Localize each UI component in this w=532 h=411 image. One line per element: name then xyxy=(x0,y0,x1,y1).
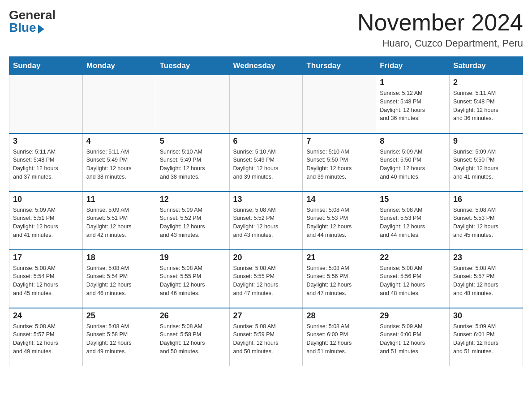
calendar-cell-14: 14Sunrise: 5:08 AMSunset: 5:53 PMDayligh… xyxy=(303,192,376,250)
day-info: Sunrise: 5:08 AMSunset: 5:55 PMDaylight:… xyxy=(233,264,299,298)
day-info: Sunrise: 5:09 AMSunset: 5:50 PMDaylight:… xyxy=(380,148,446,181)
day-info: Sunrise: 5:11 AMSunset: 5:48 PMDaylight:… xyxy=(453,89,519,123)
calendar-cell-8: 8Sunrise: 5:09 AMSunset: 5:50 PMDaylight… xyxy=(376,133,450,192)
calendar-cell-13: 13Sunrise: 5:08 AMSunset: 5:52 PMDayligh… xyxy=(229,192,303,250)
day-number: 21 xyxy=(306,253,372,262)
calendar-header-monday: Monday xyxy=(82,57,156,75)
week-row-5: 24Sunrise: 5:08 AMSunset: 5:57 PMDayligh… xyxy=(9,308,523,366)
day-info: Sunrise: 5:09 AMSunset: 5:51 PMDaylight:… xyxy=(13,206,79,240)
week-row-1: 1Sunrise: 5:12 AMSunset: 5:48 PMDaylight… xyxy=(9,75,523,133)
logo-blue-row: Blue xyxy=(9,21,44,34)
day-info: Sunrise: 5:08 AMSunset: 5:54 PMDaylight:… xyxy=(13,264,79,298)
day-number: 10 xyxy=(13,195,79,204)
day-number: 9 xyxy=(453,137,519,146)
calendar-cell-7: 7Sunrise: 5:10 AMSunset: 5:50 PMDaylight… xyxy=(303,133,376,192)
calendar-cell-empty xyxy=(229,75,303,133)
calendar-cell-17: 17Sunrise: 5:08 AMSunset: 5:54 PMDayligh… xyxy=(9,250,83,308)
calendar-cell-30: 30Sunrise: 5:09 AMSunset: 6:01 PMDayligh… xyxy=(450,308,523,366)
day-info: Sunrise: 5:08 AMSunset: 5:57 PMDaylight:… xyxy=(453,264,519,298)
day-info: Sunrise: 5:08 AMSunset: 5:59 PMDaylight:… xyxy=(233,322,299,356)
day-info: Sunrise: 5:08 AMSunset: 5:53 PMDaylight:… xyxy=(306,206,372,240)
calendar-header-saturday: Saturday xyxy=(450,57,523,75)
calendar-cell-20: 20Sunrise: 5:08 AMSunset: 5:55 PMDayligh… xyxy=(229,250,303,308)
calendar-cell-15: 15Sunrise: 5:08 AMSunset: 5:53 PMDayligh… xyxy=(376,192,450,250)
day-info: Sunrise: 5:09 AMSunset: 5:50 PMDaylight:… xyxy=(453,148,519,181)
logo-blue-text: Blue xyxy=(9,21,36,34)
day-number: 6 xyxy=(233,137,299,146)
calendar-cell-5: 5Sunrise: 5:10 AMSunset: 5:49 PMDaylight… xyxy=(156,133,229,192)
calendar-cell-27: 27Sunrise: 5:08 AMSunset: 5:59 PMDayligh… xyxy=(229,308,303,366)
calendar-header-friday: Friday xyxy=(376,57,450,75)
day-number: 19 xyxy=(160,253,226,262)
calendar-cell-empty xyxy=(82,75,156,133)
day-number: 28 xyxy=(306,311,372,321)
calendar-cell-4: 4Sunrise: 5:11 AMSunset: 5:49 PMDaylight… xyxy=(82,133,156,192)
day-info: Sunrise: 5:09 AMSunset: 5:51 PMDaylight:… xyxy=(86,206,152,240)
day-info: Sunrise: 5:09 AMSunset: 5:52 PMDaylight:… xyxy=(160,206,226,240)
day-info: Sunrise: 5:08 AMSunset: 5:52 PMDaylight:… xyxy=(233,206,299,240)
calendar-cell-6: 6Sunrise: 5:10 AMSunset: 5:49 PMDaylight… xyxy=(229,133,303,192)
calendar-cell-22: 22Sunrise: 5:08 AMSunset: 5:56 PMDayligh… xyxy=(376,250,450,308)
day-number: 7 xyxy=(306,137,372,146)
calendar-cell-16: 16Sunrise: 5:08 AMSunset: 5:53 PMDayligh… xyxy=(450,192,523,250)
calendar-header-sunday: Sunday xyxy=(9,57,83,75)
calendar-cell-10: 10Sunrise: 5:09 AMSunset: 5:51 PMDayligh… xyxy=(9,192,83,250)
day-number: 30 xyxy=(453,311,519,321)
calendar-cell-18: 18Sunrise: 5:08 AMSunset: 5:54 PMDayligh… xyxy=(82,250,156,308)
calendar-cell-25: 25Sunrise: 5:08 AMSunset: 5:58 PMDayligh… xyxy=(82,308,156,366)
day-info: Sunrise: 5:12 AMSunset: 5:48 PMDaylight:… xyxy=(380,89,446,123)
location-title: Huaro, Cuzco Department, Peru xyxy=(357,38,523,49)
day-number: 22 xyxy=(380,253,446,262)
calendar-cell-2: 2Sunrise: 5:11 AMSunset: 5:48 PMDaylight… xyxy=(450,75,523,133)
day-number: 8 xyxy=(380,137,446,146)
calendar-cell-21: 21Sunrise: 5:08 AMSunset: 5:56 PMDayligh… xyxy=(303,250,376,308)
calendar-cell-9: 9Sunrise: 5:09 AMSunset: 5:50 PMDaylight… xyxy=(450,133,523,192)
day-info: Sunrise: 5:10 AMSunset: 5:50 PMDaylight:… xyxy=(306,148,372,181)
day-number: 1 xyxy=(380,78,446,87)
day-number: 20 xyxy=(233,253,299,262)
day-info: Sunrise: 5:09 AMSunset: 6:00 PMDaylight:… xyxy=(380,322,446,356)
page-header: General Blue November 2024 Huaro, Cuzco … xyxy=(9,9,523,49)
day-info: Sunrise: 5:10 AMSunset: 5:49 PMDaylight:… xyxy=(233,148,299,181)
calendar-cell-3: 3Sunrise: 5:11 AMSunset: 5:48 PMDaylight… xyxy=(9,133,83,192)
calendar-header-wednesday: Wednesday xyxy=(229,57,303,75)
day-number: 15 xyxy=(380,195,446,204)
day-info: Sunrise: 5:08 AMSunset: 5:53 PMDaylight:… xyxy=(453,206,519,240)
month-title: November 2024 xyxy=(357,9,523,36)
day-info: Sunrise: 5:08 AMSunset: 5:57 PMDaylight:… xyxy=(13,322,79,356)
calendar-cell-28: 28Sunrise: 5:08 AMSunset: 6:00 PMDayligh… xyxy=(303,308,376,366)
day-info: Sunrise: 5:08 AMSunset: 5:54 PMDaylight:… xyxy=(86,264,152,298)
day-number: 3 xyxy=(13,137,79,146)
title-section: November 2024 Huaro, Cuzco Department, P… xyxy=(357,9,523,49)
day-number: 17 xyxy=(13,253,79,262)
day-number: 18 xyxy=(86,253,152,262)
calendar-cell-24: 24Sunrise: 5:08 AMSunset: 5:57 PMDayligh… xyxy=(9,308,83,366)
day-number: 13 xyxy=(233,195,299,204)
day-number: 2 xyxy=(453,78,519,87)
logo: General Blue xyxy=(9,9,56,34)
day-number: 14 xyxy=(306,195,372,204)
calendar-cell-23: 23Sunrise: 5:08 AMSunset: 5:57 PMDayligh… xyxy=(450,250,523,308)
week-row-2: 3Sunrise: 5:11 AMSunset: 5:48 PMDaylight… xyxy=(9,133,523,192)
calendar-cell-29: 29Sunrise: 5:09 AMSunset: 6:00 PMDayligh… xyxy=(376,308,450,366)
day-number: 5 xyxy=(160,137,226,146)
day-number: 26 xyxy=(160,311,226,321)
day-info: Sunrise: 5:08 AMSunset: 5:55 PMDaylight:… xyxy=(160,264,226,298)
logo-general-text: General xyxy=(9,9,56,21)
logo-arrow-icon xyxy=(38,25,44,34)
week-row-3: 10Sunrise: 5:09 AMSunset: 5:51 PMDayligh… xyxy=(9,192,523,250)
calendar-cell-1: 1Sunrise: 5:12 AMSunset: 5:48 PMDaylight… xyxy=(376,75,450,133)
day-info: Sunrise: 5:10 AMSunset: 5:49 PMDaylight:… xyxy=(160,148,226,181)
day-info: Sunrise: 5:08 AMSunset: 5:58 PMDaylight:… xyxy=(160,322,226,356)
day-number: 24 xyxy=(13,311,79,321)
day-number: 12 xyxy=(160,195,226,204)
calendar-header-row: SundayMondayTuesdayWednesdayThursdayFrid… xyxy=(9,57,523,75)
calendar-header-thursday: Thursday xyxy=(303,57,376,75)
calendar-table: SundayMondayTuesdayWednesdayThursdayFrid… xyxy=(9,56,523,366)
calendar-cell-26: 26Sunrise: 5:08 AMSunset: 5:58 PMDayligh… xyxy=(156,308,229,366)
day-number: 27 xyxy=(233,311,299,321)
day-info: Sunrise: 5:11 AMSunset: 5:49 PMDaylight:… xyxy=(86,148,152,181)
calendar-cell-11: 11Sunrise: 5:09 AMSunset: 5:51 PMDayligh… xyxy=(82,192,156,250)
day-info: Sunrise: 5:08 AMSunset: 6:00 PMDaylight:… xyxy=(306,322,372,356)
day-info: Sunrise: 5:08 AMSunset: 5:56 PMDaylight:… xyxy=(306,264,372,298)
